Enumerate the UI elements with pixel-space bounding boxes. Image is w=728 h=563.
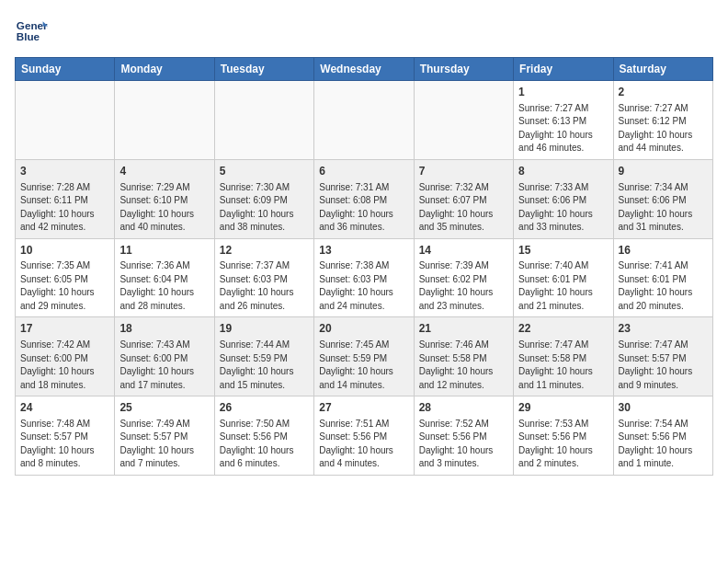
day-number: 22 xyxy=(518,321,608,337)
calendar-cell: 20Sunrise: 7:45 AM Sunset: 5:59 PM Dayli… xyxy=(314,317,414,396)
day-number: 10 xyxy=(20,243,109,259)
calendar-week: 1Sunrise: 7:27 AM Sunset: 6:13 PM Daylig… xyxy=(16,81,713,160)
weekday-header: Friday xyxy=(514,58,613,81)
day-number: 30 xyxy=(619,400,708,416)
day-info: Sunrise: 7:40 AM Sunset: 6:01 PM Dayligh… xyxy=(518,259,608,313)
day-info: Sunrise: 7:51 AM Sunset: 5:56 PM Dayligh… xyxy=(319,418,408,471)
day-info: Sunrise: 7:28 AM Sunset: 6:11 PM Dayligh… xyxy=(20,181,109,235)
day-info: Sunrise: 7:47 AM Sunset: 5:57 PM Dayligh… xyxy=(619,339,708,392)
logo-icon: General Blue xyxy=(15,15,48,48)
calendar-cell: 5Sunrise: 7:30 AM Sunset: 6:09 PM Daylig… xyxy=(214,159,313,238)
day-info: Sunrise: 7:31 AM Sunset: 6:08 PM Dayligh… xyxy=(319,181,408,235)
day-number: 17 xyxy=(20,321,109,337)
calendar-header: SundayMondayTuesdayWednesdayThursdayFrid… xyxy=(16,58,713,81)
calendar-cell: 24Sunrise: 7:48 AM Sunset: 5:57 PM Dayli… xyxy=(16,396,115,476)
day-number: 3 xyxy=(20,164,109,179)
calendar-cell: 11Sunrise: 7:36 AM Sunset: 6:04 PM Dayli… xyxy=(115,238,214,317)
page-header: General Blue xyxy=(15,15,713,48)
weekday-header: Sunday xyxy=(16,58,115,81)
calendar-cell: 12Sunrise: 7:37 AM Sunset: 6:03 PM Dayli… xyxy=(214,238,313,317)
calendar-cell xyxy=(214,81,313,160)
day-info: Sunrise: 7:52 AM Sunset: 5:56 PM Dayligh… xyxy=(419,418,508,471)
day-info: Sunrise: 7:47 AM Sunset: 5:58 PM Dayligh… xyxy=(518,339,608,392)
calendar-cell: 2Sunrise: 7:27 AM Sunset: 6:12 PM Daylig… xyxy=(613,81,712,160)
calendar-week: 24Sunrise: 7:48 AM Sunset: 5:57 PM Dayli… xyxy=(16,396,713,476)
day-number: 11 xyxy=(119,243,209,259)
svg-text:Blue: Blue xyxy=(17,30,40,42)
calendar-cell xyxy=(115,81,214,160)
day-info: Sunrise: 7:32 AM Sunset: 6:07 PM Dayligh… xyxy=(419,181,508,235)
calendar-cell: 1Sunrise: 7:27 AM Sunset: 6:13 PM Daylig… xyxy=(514,81,613,160)
day-number: 15 xyxy=(518,243,608,259)
calendar-cell: 30Sunrise: 7:54 AM Sunset: 5:56 PM Dayli… xyxy=(613,396,712,476)
day-info: Sunrise: 7:27 AM Sunset: 6:13 PM Dayligh… xyxy=(518,102,608,155)
day-info: Sunrise: 7:30 AM Sunset: 6:09 PM Dayligh… xyxy=(220,181,309,235)
calendar-cell xyxy=(414,81,513,160)
calendar-cell: 13Sunrise: 7:38 AM Sunset: 6:03 PM Dayli… xyxy=(314,238,414,317)
day-info: Sunrise: 7:50 AM Sunset: 5:56 PM Dayligh… xyxy=(220,418,309,471)
day-number: 5 xyxy=(220,164,309,179)
day-number: 26 xyxy=(220,400,309,416)
calendar-cell: 8Sunrise: 7:33 AM Sunset: 6:06 PM Daylig… xyxy=(514,159,613,238)
day-info: Sunrise: 7:46 AM Sunset: 5:58 PM Dayligh… xyxy=(419,339,508,392)
calendar-cell: 23Sunrise: 7:47 AM Sunset: 5:57 PM Dayli… xyxy=(613,317,712,396)
logo: General Blue xyxy=(15,15,48,48)
day-number: 8 xyxy=(518,164,608,179)
calendar-week: 17Sunrise: 7:42 AM Sunset: 6:00 PM Dayli… xyxy=(16,317,713,396)
weekday-header: Wednesday xyxy=(314,58,414,81)
calendar-cell: 18Sunrise: 7:43 AM Sunset: 6:00 PM Dayli… xyxy=(115,317,214,396)
day-number: 25 xyxy=(119,400,209,416)
calendar-cell: 19Sunrise: 7:44 AM Sunset: 5:59 PM Dayli… xyxy=(214,317,313,396)
day-info: Sunrise: 7:35 AM Sunset: 6:05 PM Dayligh… xyxy=(20,259,109,313)
day-info: Sunrise: 7:38 AM Sunset: 6:03 PM Dayligh… xyxy=(319,259,408,313)
day-number: 16 xyxy=(619,243,708,259)
day-number: 14 xyxy=(419,243,508,259)
calendar-cell: 4Sunrise: 7:29 AM Sunset: 6:10 PM Daylig… xyxy=(115,159,214,238)
calendar-cell: 17Sunrise: 7:42 AM Sunset: 6:00 PM Dayli… xyxy=(16,317,115,396)
calendar-cell: 27Sunrise: 7:51 AM Sunset: 5:56 PM Dayli… xyxy=(314,396,414,476)
day-info: Sunrise: 7:37 AM Sunset: 6:03 PM Dayligh… xyxy=(220,259,309,313)
calendar-cell: 26Sunrise: 7:50 AM Sunset: 5:56 PM Dayli… xyxy=(214,396,313,476)
calendar-cell: 21Sunrise: 7:46 AM Sunset: 5:58 PM Dayli… xyxy=(414,317,513,396)
day-number: 7 xyxy=(419,164,508,179)
day-number: 18 xyxy=(119,321,209,337)
calendar-cell: 25Sunrise: 7:49 AM Sunset: 5:57 PM Dayli… xyxy=(115,396,214,476)
day-number: 29 xyxy=(518,400,608,416)
day-number: 20 xyxy=(319,321,408,337)
calendar-cell: 7Sunrise: 7:32 AM Sunset: 6:07 PM Daylig… xyxy=(414,159,513,238)
weekday-header: Tuesday xyxy=(214,58,313,81)
weekday-header: Thursday xyxy=(414,58,513,81)
calendar-week: 3Sunrise: 7:28 AM Sunset: 6:11 PM Daylig… xyxy=(16,159,713,238)
calendar-cell: 15Sunrise: 7:40 AM Sunset: 6:01 PM Dayli… xyxy=(514,238,613,317)
calendar-cell: 10Sunrise: 7:35 AM Sunset: 6:05 PM Dayli… xyxy=(16,238,115,317)
day-number: 12 xyxy=(220,243,309,259)
day-number: 28 xyxy=(419,400,508,416)
day-info: Sunrise: 7:29 AM Sunset: 6:10 PM Dayligh… xyxy=(119,181,209,235)
calendar-cell: 29Sunrise: 7:53 AM Sunset: 5:56 PM Dayli… xyxy=(514,396,613,476)
calendar-cell: 3Sunrise: 7:28 AM Sunset: 6:11 PM Daylig… xyxy=(16,159,115,238)
day-info: Sunrise: 7:27 AM Sunset: 6:12 PM Dayligh… xyxy=(619,102,708,155)
day-number: 13 xyxy=(319,243,408,259)
weekday-header: Monday xyxy=(115,58,214,81)
calendar-cell: 6Sunrise: 7:31 AM Sunset: 6:08 PM Daylig… xyxy=(314,159,414,238)
day-number: 9 xyxy=(619,164,708,179)
calendar-cell: 14Sunrise: 7:39 AM Sunset: 6:02 PM Dayli… xyxy=(414,238,513,317)
day-info: Sunrise: 7:42 AM Sunset: 6:00 PM Dayligh… xyxy=(20,339,109,392)
day-info: Sunrise: 7:53 AM Sunset: 5:56 PM Dayligh… xyxy=(518,418,608,471)
day-number: 2 xyxy=(619,85,708,100)
day-number: 1 xyxy=(518,85,608,100)
calendar-cell xyxy=(314,81,414,160)
day-info: Sunrise: 7:39 AM Sunset: 6:02 PM Dayligh… xyxy=(419,259,508,313)
day-info: Sunrise: 7:41 AM Sunset: 6:01 PM Dayligh… xyxy=(619,259,708,313)
day-number: 23 xyxy=(619,321,708,337)
calendar-table: SundayMondayTuesdayWednesdayThursdayFrid… xyxy=(15,57,713,476)
calendar-cell: 22Sunrise: 7:47 AM Sunset: 5:58 PM Dayli… xyxy=(514,317,613,396)
day-info: Sunrise: 7:44 AM Sunset: 5:59 PM Dayligh… xyxy=(220,339,309,392)
day-number: 6 xyxy=(319,164,408,179)
day-info: Sunrise: 7:36 AM Sunset: 6:04 PM Dayligh… xyxy=(119,259,209,313)
day-number: 24 xyxy=(20,400,109,416)
day-info: Sunrise: 7:33 AM Sunset: 6:06 PM Dayligh… xyxy=(518,181,608,235)
day-info: Sunrise: 7:43 AM Sunset: 6:00 PM Dayligh… xyxy=(119,339,209,392)
day-info: Sunrise: 7:48 AM Sunset: 5:57 PM Dayligh… xyxy=(20,418,109,471)
day-info: Sunrise: 7:45 AM Sunset: 5:59 PM Dayligh… xyxy=(319,339,408,392)
